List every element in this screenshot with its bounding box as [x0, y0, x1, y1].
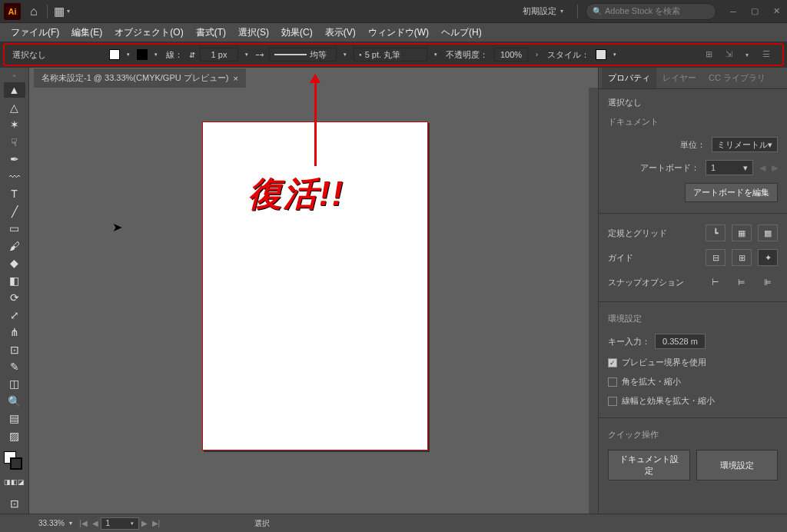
grid-icon[interactable]: ▦ — [732, 224, 752, 241]
artboard-select[interactable]: 1▾ — [706, 160, 753, 175]
more-icon[interactable]: ☰ — [762, 49, 775, 60]
menu-select[interactable]: 選択(S) — [232, 26, 275, 39]
next-artboard-icon[interactable]: ▶ — [772, 163, 778, 173]
artboard-nav-select[interactable]: 1▾ — [101, 517, 139, 530]
magic-wand-tool[interactable]: ✶ — [4, 117, 25, 132]
menu-view[interactable]: 表示(V) — [319, 26, 362, 39]
close-button[interactable]: ✕ — [765, 4, 787, 19]
tab-layers[interactable]: レイヤー — [656, 68, 702, 88]
chevron-down-icon[interactable]: ▾ — [341, 49, 349, 60]
chevron-down-icon[interactable]: ▾ — [745, 52, 749, 58]
menu-file[interactable]: ファイル(F) — [5, 26, 65, 39]
paintbrush-tool[interactable]: 🖌 — [4, 238, 25, 253]
edit-artboards-button[interactable]: アートボードを編集 — [685, 183, 778, 202]
tab-cc-libraries[interactable]: CC ライブラリ — [702, 68, 772, 88]
fill-swatch[interactable] — [109, 49, 120, 60]
ruler-icon[interactable]: ┗ — [706, 224, 726, 241]
style-swatch[interactable] — [596, 49, 606, 60]
stroke-swatch[interactable] — [137, 49, 148, 60]
maximize-button[interactable]: ▢ — [744, 4, 765, 19]
document-setup-button[interactable]: ドキュメント設定 — [608, 450, 690, 480]
eraser-tool[interactable]: ◧ — [4, 272, 25, 288]
nav-last-icon[interactable]: ▶| — [152, 519, 161, 527]
shaper-tool[interactable]: ◆ — [4, 255, 25, 271]
selection-tool[interactable]: ▲ — [4, 82, 25, 98]
direct-selection-tool[interactable]: △ — [4, 99, 25, 115]
search-input[interactable]: 🔍 Adobe Stock を検索 — [586, 3, 716, 20]
workspace-switcher[interactable]: 初期設定 ▾ — [523, 5, 569, 17]
nav-first-icon[interactable]: |◀ — [79, 519, 88, 527]
smart-guide-icon[interactable]: ✦ — [758, 249, 778, 266]
align-icon[interactable]: ⊞ — [706, 49, 718, 60]
canvas-area[interactable]: 名称未設定-1 @ 33.33%(CMYK/GPU プレビュー) × 復活!! … — [29, 68, 598, 529]
chevron-down-icon[interactable]: ▾ — [152, 49, 160, 60]
menu-effect[interactable]: 効果(C) — [275, 26, 319, 39]
eyedropper-tool[interactable]: ✎ — [4, 359, 25, 374]
artboard-tool[interactable]: ▤ — [4, 411, 25, 426]
menu-edit[interactable]: 編集(E) — [65, 26, 108, 39]
style-label: スタイル： — [547, 49, 589, 61]
guide-visibility-icon[interactable]: ⊟ — [706, 249, 726, 266]
stroke-width-input[interactable]: 1 px — [200, 48, 238, 62]
snap-point-icon[interactable]: ⊢ — [706, 274, 726, 291]
fill-stroke-swap[interactable] — [4, 451, 25, 473]
curvature-tool[interactable]: 〰 — [4, 168, 25, 184]
runover-icon[interactable]: ⤍ — [255, 48, 264, 61]
chevron-down-icon[interactable]: ▾ — [125, 49, 132, 60]
artboard[interactable]: 復活!! — [202, 121, 428, 451]
rectangle-tool[interactable]: ▭ — [4, 221, 25, 236]
stroke-profile-dropdown[interactable]: 均等 — [269, 48, 337, 62]
width-tool[interactable]: ⋔ — [4, 324, 25, 340]
arrange-docs-icon[interactable]: ▦ — [54, 5, 65, 18]
free-transform-tool[interactable]: ⊡ — [4, 341, 25, 357]
screen-mode-tool[interactable]: ⊡ — [4, 496, 25, 511]
scale-strokes-checkbox[interactable] — [608, 397, 617, 406]
opacity-input[interactable]: 100% — [494, 48, 528, 62]
type-tool[interactable]: T — [4, 186, 25, 201]
slice-tool[interactable]: ▨ — [4, 428, 25, 444]
nav-prev-icon[interactable]: ◀ — [92, 519, 98, 527]
key-input-field[interactable]: 0.3528 m — [655, 334, 706, 349]
snap-grid-icon[interactable]: ⊨ — [732, 274, 752, 291]
home-icon[interactable]: ⌂ — [30, 5, 38, 18]
nav-next-icon[interactable]: ▶ — [141, 519, 148, 527]
chevron-down-icon[interactable]: ▾ — [432, 49, 440, 60]
preview-bounds-label: プレビュー境界を使用 — [622, 357, 706, 368]
chevron-right-icon[interactable]: › — [533, 51, 541, 58]
document-tab-label: 名称未設定-1 @ 33.33%(CMYK/GPU プレビュー) — [42, 72, 228, 84]
zoom-tool[interactable]: 🔍 — [4, 394, 25, 409]
link-icon[interactable]: ⇵ — [189, 51, 195, 59]
chevron-down-icon[interactable]: ▾ — [611, 49, 619, 60]
preferences-button[interactable]: 環境設定 — [696, 450, 779, 480]
menu-help[interactable]: ヘルプ(H) — [435, 26, 488, 39]
scrollbar-vertical[interactable] — [589, 88, 598, 518]
lasso-tool[interactable]: ☟ — [4, 134, 25, 149]
menu-window[interactable]: ウィンドウ(W) — [362, 26, 435, 39]
preview-bounds-checkbox[interactable]: ✓ — [608, 358, 617, 367]
brush-dropdown[interactable]: ●5 pt. 丸筆 — [354, 48, 427, 62]
close-tab-icon[interactable]: × — [233, 74, 237, 83]
color-mode-icons[interactable]: ◨◧◪ — [4, 474, 25, 490]
chevron-down-icon[interactable]: ▾ — [69, 520, 72, 527]
rotate-tool[interactable]: ⟳ — [4, 290, 25, 305]
document-tab[interactable]: 名称未設定-1 @ 33.33%(CMYK/GPU プレビュー) × — [34, 68, 246, 88]
transparency-grid-icon[interactable]: ▩ — [758, 224, 778, 241]
menu-type[interactable]: 書式(T) — [190, 26, 232, 39]
scale-corners-checkbox[interactable] — [608, 377, 617, 387]
snap-pixel-icon[interactable]: ⊫ — [758, 274, 778, 291]
prev-artboard-icon[interactable]: ◀ — [759, 163, 765, 173]
zoom-level[interactable]: 33.33% — [38, 519, 65, 527]
chevron-down-icon[interactable]: ▾ — [67, 8, 70, 15]
line-tool[interactable]: ╱ — [4, 203, 25, 218]
unit-select[interactable]: ミリメートル▾ — [712, 137, 778, 152]
pen-tool[interactable]: ✒ — [4, 151, 25, 167]
menu-object[interactable]: オブジェクト(O) — [108, 26, 189, 39]
scale-tool[interactable]: ⤢ — [4, 307, 25, 322]
transform-icon[interactable]: ⇲ — [726, 49, 738, 60]
gradient-tool[interactable]: ◫ — [4, 376, 25, 391]
minimize-button[interactable]: ─ — [722, 4, 744, 19]
tab-properties[interactable]: プロパティ — [602, 68, 656, 88]
chevron-down-icon[interactable]: ▾ — [243, 49, 251, 60]
document-section-title: ドキュメント — [608, 116, 778, 128]
guide-lock-icon[interactable]: ⊞ — [732, 249, 752, 266]
